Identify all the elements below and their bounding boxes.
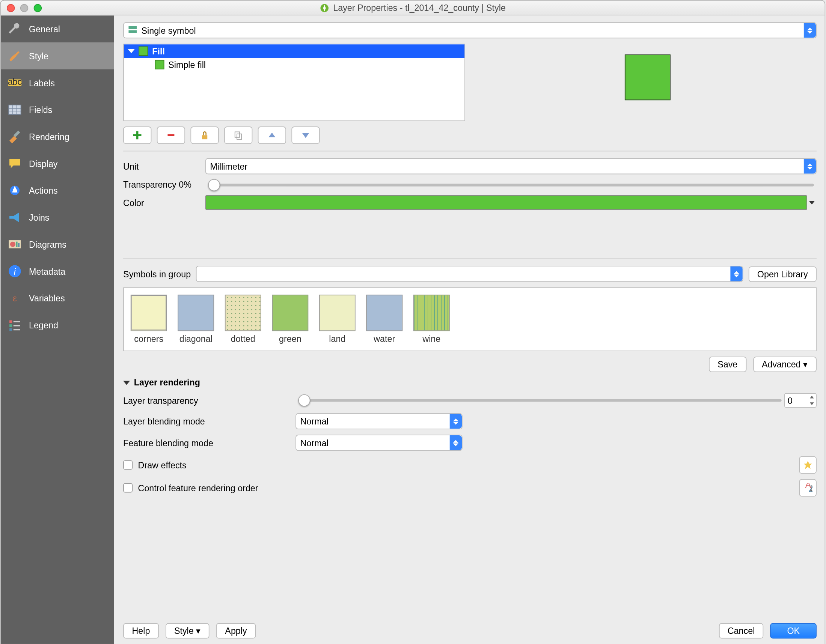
symbol-preset-dotted[interactable]: dotted [225,295,261,344]
save-symbol-button[interactable]: Save [709,356,747,372]
svg-rect-26 [129,30,137,33]
sidebar-item-labels[interactable]: abc Labels [1,70,114,96]
sidebar-item-variables[interactable]: ε Variables [1,285,114,311]
feature-blend-label: Feature blending mode [123,438,295,448]
unit-combo[interactable]: Millimeter [205,158,817,174]
symbol-label: green [279,334,301,344]
symbols-group-combo[interactable] [196,266,744,282]
sidebar-item-display[interactable]: Display [1,150,114,177]
sidebar-item-label: Rendering [29,132,70,142]
color-row: Color [123,195,817,210]
duplicate-layer-button[interactable] [224,127,252,144]
chevron-updown-icon [450,435,462,450]
tree-label: Simple fill [168,60,206,70]
rendering-order-button[interactable]: AZ [799,479,817,497]
lock-layer-button[interactable] [190,127,219,144]
symbol-preset-diagonal[interactable]: diagonal [178,295,214,344]
sidebar-item-joins[interactable]: Joins [1,204,114,231]
sidebar-item-general[interactable]: General [1,15,114,42]
megaphone-icon [8,210,22,224]
svg-text:abc: abc [8,77,22,87]
symbol-label: wine [422,334,440,344]
symbol-preset-water[interactable]: water [366,295,402,344]
control-order-label: Control feature rendering order [138,483,258,493]
draw-effects-label: Draw effects [138,460,186,470]
symbol-label: diagonal [180,334,213,344]
expand-icon[interactable] [128,49,135,53]
move-up-button[interactable] [258,127,286,144]
layer-blend-label: Layer blending mode [123,416,295,426]
svg-rect-19 [9,320,12,323]
move-down-button[interactable] [291,127,320,144]
wrench-icon [8,22,22,36]
feature-blend-combo[interactable]: Normal [295,435,463,451]
svg-text:i: i [14,267,16,277]
svg-rect-3 [9,105,21,115]
control-order-checkbox[interactable] [123,483,132,492]
sidebar-item-label: General [29,24,60,34]
control-order-row: Control feature rendering order [123,483,258,493]
chevron-down-icon [123,381,130,385]
symbol-toolbar [123,127,817,144]
draw-effects-checkbox[interactable] [123,460,132,469]
symbol-preset-land[interactable]: land [319,295,356,344]
sidebar-item-label: Fields [29,105,52,115]
symbol-label: land [329,334,345,344]
cancel-button[interactable]: Cancel [719,623,763,638]
layer-transparency-input[interactable]: 0 [784,393,817,407]
svg-text:ε: ε [13,294,17,303]
sidebar-item-legend[interactable]: Legend [1,311,114,339]
layer-transparency-slider[interactable] [298,399,781,402]
window-title: Layer Properties - tl_2014_42_county | S… [1,3,825,13]
symbols-in-group-row: Symbols in group Open Library [123,266,817,282]
effects-settings-button[interactable] [799,456,817,474]
sidebar-item-metadata[interactable]: i Metadata [1,258,114,285]
tree-row-simple-fill[interactable]: Simple fill [124,58,464,71]
svg-rect-21 [9,328,12,331]
symbols-in-group-label: Symbols in group [123,269,191,279]
sidebar-item-diagrams[interactable]: Diagrams [1,231,114,258]
symbol-layer-tree[interactable]: Fill Simple fill [123,44,465,121]
sidebar-item-actions[interactable]: Actions [1,177,114,204]
symbol-label: water [374,334,395,344]
svg-rect-25 [129,26,137,28]
sidebar-item-label: Labels [29,78,55,88]
symbol-preset-corners[interactable]: corners [130,295,167,344]
sidebar-item-label: Style [29,51,48,61]
fill-swatch-icon [138,46,148,56]
symbol-preset-wine[interactable]: wine [413,295,450,344]
symbol-preset-green[interactable]: green [272,295,308,344]
apply-button[interactable]: Apply [216,623,256,638]
speech-icon [8,156,22,171]
add-layer-button[interactable] [123,127,151,144]
layer-rendering-header[interactable]: Layer rendering [123,378,817,388]
layer-blend-combo[interactable]: Normal [295,413,463,429]
symbol-preview [479,44,817,121]
table-icon [8,102,22,117]
style-menu-button[interactable]: Style ▾ [166,623,210,638]
layer-transparency-label: Layer transparency [123,395,295,405]
open-library-button[interactable]: Open Library [748,266,817,282]
advanced-button[interactable]: Advanced ▾ [753,356,817,372]
symbol-mode-combo[interactable]: Single symbol [123,22,817,38]
color-picker[interactable] [205,195,807,210]
sidebar-item-rendering[interactable]: Rendering [1,123,114,150]
ok-button[interactable]: OK [770,623,817,638]
titlebar: Layer Properties - tl_2014_42_county | S… [1,1,825,15]
diagram-icon [8,237,22,251]
sidebar-item-style[interactable]: Style [1,42,114,70]
unit-label: Unit [123,161,205,171]
preview-swatch [625,54,671,100]
sidebar-item-label: Variables [29,293,65,303]
layer-transparency-value: 0 [788,395,793,405]
tree-row-fill[interactable]: Fill [124,44,464,58]
svg-rect-8 [14,131,20,137]
remove-layer-button[interactable] [157,127,185,144]
symbol-label: dotted [231,334,255,344]
chevron-down-icon[interactable] [808,196,816,209]
help-button[interactable]: Help [123,623,159,638]
symbol-presets: corners diagonal dotted green land water… [123,288,817,351]
svg-marker-33 [269,133,275,137]
sidebar-item-fields[interactable]: Fields [1,96,114,123]
transparency-slider[interactable] [208,184,814,186]
